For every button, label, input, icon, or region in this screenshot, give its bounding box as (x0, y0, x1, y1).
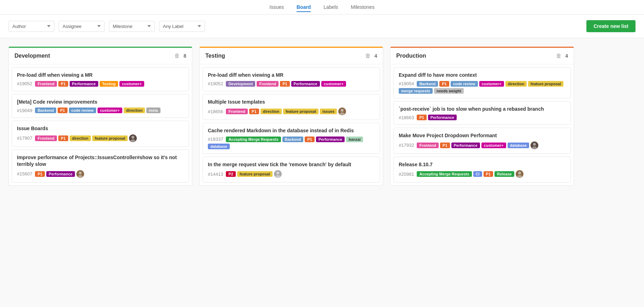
label-tag-p1-orange[interactable]: P1 (249, 109, 259, 114)
label-tag-customer[interactable]: customer+ (119, 81, 144, 87)
label-filter[interactable]: Any Label (159, 21, 205, 32)
label-tag-database[interactable]: database (508, 143, 529, 148)
label-tag-customer[interactable]: customer+ (481, 143, 506, 148)
issue-card[interactable]: In the merge request view tick the 'remo… (203, 157, 380, 183)
issue-title: Pre-load diff when viewing a MR (208, 72, 375, 79)
label-tag-banzai[interactable]: banzai (346, 137, 363, 142)
label-tag-merge-requests[interactable]: merge requests (399, 88, 433, 94)
label-tag-code-review[interactable]: code review (451, 81, 478, 87)
issue-title: `post-receive` job is too slow when push… (399, 106, 566, 113)
svg-point-4 (341, 109, 344, 112)
label-tag-needs-weight[interactable]: needs weight (434, 88, 464, 94)
issue-card[interactable]: Multiple Issue templates#18656FrontendP1… (203, 94, 380, 120)
svg-point-6 (276, 172, 279, 174)
label-tag-direction[interactable]: direction (70, 135, 91, 141)
label-tag-p2-red[interactable]: P2 (226, 171, 235, 177)
filters-bar: Author Assignee Milestone Any Label Crea… (0, 15, 644, 38)
label-tag-database[interactable]: database (208, 144, 230, 149)
label-tag-direction[interactable]: direction (260, 109, 282, 114)
milestone-filter[interactable]: Milestone (109, 21, 155, 32)
label-tag-development[interactable]: Development (226, 81, 255, 87)
board-column-testing: Testing🗑4Pre-load diff when viewing a MR… (199, 47, 383, 186)
label-tag-frontend[interactable]: Frontend (35, 135, 57, 141)
nav-board[interactable]: Board (297, 4, 311, 12)
label-tag-accepting[interactable]: Accepting Merge Requests (417, 171, 472, 177)
label-tag-release[interactable]: Release (494, 171, 514, 177)
label-tag-p1-orange[interactable]: P1 (58, 81, 68, 87)
label-tag-performance[interactable]: Performance (46, 171, 75, 177)
issue-title: Cache rendered Markdown in the database … (208, 127, 375, 134)
label-tag-performance[interactable]: Performance (316, 137, 345, 142)
board-delete-icon[interactable]: 🗑 (556, 53, 562, 59)
label-tag-performance[interactable]: Performance (451, 143, 480, 148)
board-delete-icon[interactable]: 🗑 (174, 53, 180, 59)
issue-card[interactable]: Cache rendered Markdown in the database … (203, 123, 380, 154)
label-tag-p1-orange[interactable]: P1 (280, 81, 289, 87)
issue-card[interactable]: [Meta] Code review improvements#19049Bac… (12, 94, 189, 118)
issue-number: #17907 (17, 135, 32, 141)
issue-card[interactable]: Pre-load diff when viewing a MR#19052Dev… (203, 67, 380, 91)
label-tag-p1-orange[interactable]: P1 (305, 137, 314, 142)
issue-card[interactable]: Expand diff to have more context#19054Ba… (393, 67, 571, 98)
svg-point-8 (533, 143, 536, 146)
label-tag-customer[interactable]: customer+ (98, 108, 122, 113)
issue-title: Pre-load diff when viewing a MR (17, 72, 184, 79)
label-tag-performance[interactable]: Performance (428, 115, 457, 120)
label-tag-p1-orange[interactable]: P1 (484, 171, 493, 177)
create-new-list-button[interactable]: Create new list (586, 20, 636, 32)
label-tag-code-review[interactable]: code review (69, 108, 96, 113)
board-header: Testing🗑4 (200, 48, 383, 64)
avatar (129, 134, 137, 142)
issue-meta: #19049BackendP1code reviewcustomer+direc… (17, 108, 184, 113)
label-tag-p1-orange[interactable]: P1 (58, 108, 67, 113)
issue-card[interactable]: Make Move Project Dropdown Performant#17… (393, 128, 571, 154)
label-tag-performance[interactable]: Performance (70, 81, 98, 87)
label-tag-frontend[interactable]: Frontend (417, 143, 439, 148)
issue-meta: #18656FrontendP1directionfeature proposa… (208, 108, 375, 115)
label-tag-frontend[interactable]: Frontend (35, 81, 57, 87)
label-tag-ci[interactable]: CI (473, 171, 482, 177)
board-delete-icon[interactable]: 🗑 (365, 53, 371, 59)
label-tag-backend[interactable]: Backend (417, 81, 438, 87)
label-tag-performance[interactable]: Performance (291, 81, 320, 87)
board-header: Development🗑8 (9, 48, 192, 64)
label-tag-p1-orange[interactable]: P1 (417, 115, 426, 120)
label-tag-feature-proposal[interactable]: feature proposal (92, 135, 128, 141)
label-tag-feature-proposal[interactable]: feature proposal (528, 81, 563, 87)
author-filter[interactable]: Author (8, 21, 54, 32)
label-tag-testing[interactable]: Testing (100, 81, 118, 87)
label-tag-customer[interactable]: customer+ (321, 81, 346, 87)
board-column-development: Development🗑8Pre-load diff when viewing … (8, 47, 192, 186)
issue-card[interactable]: Release 8.10.7#20981Accepting Merge Requ… (393, 157, 571, 183)
label-tag-feature-proposal[interactable]: feature proposal (237, 171, 273, 177)
assignee-filter[interactable]: Assignee (59, 21, 105, 32)
board-items: Pre-load diff when viewing a MR#19052Fro… (9, 64, 192, 185)
label-tag-accepting[interactable]: Accepting Merge Requests (226, 137, 281, 142)
label-tag-p1-orange[interactable]: P1 (58, 135, 68, 141)
nav-issues[interactable]: Issues (270, 4, 284, 10)
boards-container: Development🗑8Pre-load diff when viewing … (0, 38, 644, 194)
issue-card[interactable]: `post-receive` job is too slow when push… (393, 101, 571, 125)
issue-card[interactable]: Issue Boards#17907FrontendP1directionfea… (12, 121, 189, 147)
label-tag-customer[interactable]: customer+ (479, 81, 504, 87)
label-tag-p1-orange[interactable]: P1 (440, 143, 450, 148)
issue-card[interactable]: Improve performance of Projects::IssuesC… (12, 150, 189, 183)
label-tag-backend[interactable]: Backend (35, 108, 56, 113)
label-tag-feature-proposal[interactable]: feature proposal (283, 109, 318, 114)
label-tag-frontend[interactable]: Frontend (226, 109, 248, 114)
issue-card[interactable]: Pre-load diff when viewing a MR#19052Fro… (12, 67, 189, 91)
issue-title: Make Move Project Dropdown Performant (399, 132, 566, 139)
label-tag-frontend[interactable]: Frontend (257, 81, 279, 87)
label-tag-meta[interactable]: meta (146, 108, 160, 113)
label-tag-p1-orange[interactable]: P1 (439, 81, 449, 87)
nav-labels[interactable]: Labels (323, 4, 338, 10)
avatar (531, 141, 538, 149)
label-tag-p1-orange[interactable]: P1 (35, 171, 45, 177)
label-tag-direction[interactable]: direction (505, 81, 527, 87)
svg-point-11 (517, 175, 522, 178)
nav-milestones[interactable]: Milestones (351, 4, 374, 10)
label-tag-direction[interactable]: direction (124, 108, 145, 113)
label-tag-issues[interactable]: issues (320, 109, 337, 114)
issue-meta: #17932FrontendP1Performancecustomer+data… (399, 141, 566, 149)
label-tag-backend[interactable]: Backend (282, 137, 304, 142)
